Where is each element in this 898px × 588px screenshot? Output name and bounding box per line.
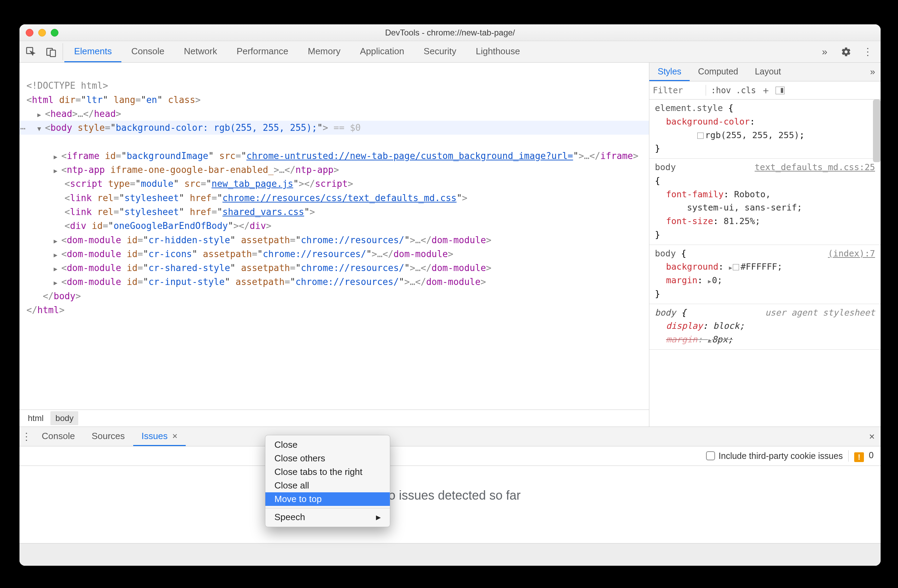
rule-selector: body — [655, 162, 676, 172]
kebab-menu-icon[interactable]: ⋮ — [859, 46, 876, 57]
toggle-hover-button[interactable]: :hov — [711, 86, 731, 95]
toggle-class-button[interactable]: .cls — [736, 86, 756, 95]
expand-icon[interactable] — [54, 236, 61, 246]
tab-console[interactable]: Console — [121, 41, 174, 62]
rule-origin-link[interactable]: text_defaults_md.css:25 — [755, 161, 875, 174]
tab-lighthouse[interactable]: Lighthouse — [466, 41, 530, 62]
iframe-src-link[interactable]: chrome-untrusted://new-tab-page/custom_b… — [247, 151, 573, 161]
close-window-button[interactable] — [26, 29, 33, 37]
settings-icon[interactable] — [838, 47, 855, 57]
close-drawer-icon[interactable]: × — [863, 427, 881, 446]
expand-shorthand-icon[interactable] — [708, 275, 712, 285]
scrollbar[interactable] — [873, 100, 881, 162]
menu-speech[interactable]: Speech ▶ — [265, 510, 390, 524]
drawer-tabs: ⋮ Console Sources Issues × × — [20, 427, 881, 446]
menu-close[interactable]: Close — [265, 438, 390, 452]
drawer-tab-console[interactable]: Console — [33, 427, 83, 446]
device-toolbar-icon[interactable] — [41, 41, 61, 62]
stylesheet-link-2[interactable]: shared_vars.css — [223, 207, 304, 217]
crumb-html[interactable]: html — [23, 411, 48, 425]
drawer-kebab-icon[interactable]: ⋮ — [20, 427, 33, 446]
window-title: DevTools - chrome://new-tab-page/ — [20, 28, 881, 38]
main-tabs: Elements Console Network Performance Mem… — [65, 41, 530, 62]
stylesheet-link-1[interactable]: chrome://resources/css/text_defaults_md.… — [223, 193, 457, 203]
tab-layout[interactable]: Layout — [746, 63, 789, 81]
styles-toolbar: :hov .cls ＋ — [649, 82, 881, 100]
color-swatch-icon[interactable] — [697, 132, 704, 139]
submenu-arrow-icon: ▶ — [376, 514, 381, 521]
expand-icon[interactable] — [54, 250, 61, 260]
rule-origin-link[interactable]: (index):7 — [828, 247, 875, 260]
include-third-party-checkbox[interactable]: Include third-party cookie issues — [706, 451, 843, 461]
tab-memory[interactable]: Memory — [298, 41, 350, 62]
rule-selector: body — [655, 308, 676, 318]
expand-icon[interactable] — [37, 110, 45, 120]
warning-icon: ! — [854, 452, 864, 462]
dom-tree[interactable]: <!DOCTYPE html> <html dir="ltr" lang="en… — [20, 63, 649, 409]
style-rule[interactable]: element.style { background-color: rgb(25… — [649, 100, 881, 159]
tab-context-menu[interactable]: Close Close others Close tabs to the rig… — [265, 435, 390, 527]
window-controls — [26, 29, 58, 37]
tab-application[interactable]: Application — [350, 41, 414, 62]
svg-rect-2 — [51, 50, 55, 57]
tab-computed[interactable]: Computed — [690, 63, 746, 81]
tab-styles[interactable]: Styles — [649, 63, 690, 81]
color-swatch-icon[interactable] — [733, 264, 739, 270]
tab-elements[interactable]: Elements — [65, 41, 121, 62]
zoom-window-button[interactable] — [51, 29, 58, 37]
main-toolbar: Elements Console Network Performance Mem… — [20, 41, 881, 63]
expand-icon[interactable] — [54, 166, 61, 176]
tab-performance[interactable]: Performance — [227, 41, 298, 62]
issues-toolbar: Include third-party cookie issues ! 0 — [20, 446, 881, 466]
inspect-element-icon[interactable] — [21, 41, 41, 62]
breadcrumbs: html body — [20, 409, 649, 426]
more-styles-tabs-icon[interactable]: » — [865, 63, 881, 81]
expand-icon[interactable] — [54, 264, 61, 274]
devtools-window: DevTools - chrome://new-tab-page/ Elemen… — [20, 25, 881, 566]
minimize-window-button[interactable] — [38, 29, 46, 37]
more-tabs-icon[interactable]: » — [816, 46, 833, 57]
checkbox-icon[interactable] — [706, 451, 715, 460]
tab-security[interactable]: Security — [414, 41, 466, 62]
expand-icon[interactable] — [54, 278, 61, 288]
titlebar: DevTools - chrome://new-tab-page/ — [20, 25, 881, 41]
menu-move-to-top[interactable]: Move to top — [265, 492, 390, 506]
expand-icon[interactable] — [54, 152, 61, 162]
issues-count: ! 0 — [854, 450, 873, 462]
tab-network[interactable]: Network — [174, 41, 227, 62]
doctype-node: <!DOCTYPE html> — [26, 80, 108, 91]
expand-shorthand-icon[interactable] — [729, 262, 733, 272]
new-rule-icon[interactable]: ＋ — [761, 84, 771, 97]
script-src-link[interactable]: new_tab_page.js — [211, 179, 293, 189]
rule-selector: body — [655, 248, 676, 259]
menu-close-others[interactable]: Close others — [265, 452, 390, 465]
menu-close-all[interactable]: Close all — [265, 479, 390, 492]
menu-close-tabs-to-right[interactable]: Close tabs to the right — [265, 465, 390, 479]
issues-empty-state: No issues detected so far — [20, 466, 881, 543]
style-rules-list[interactable]: element.style { background-color: rgb(25… — [649, 100, 881, 426]
style-rule[interactable]: body { user agent stylesheet display: bl… — [649, 304, 881, 350]
style-rule[interactable]: body { (index):7 background: #FFFFFF; ma… — [649, 245, 881, 304]
rule-origin-ua: user agent stylesheet — [765, 306, 875, 320]
crumb-body[interactable]: body — [51, 411, 78, 425]
styles-panel: Styles Computed Layout » :hov .cls ＋ — [649, 63, 881, 426]
styles-filter-input[interactable] — [652, 85, 701, 96]
selected-node[interactable]: ⋯ <body style="background-color: rgb(255… — [20, 121, 649, 135]
elements-panel: <!DOCTYPE html> <html dir="ltr" lang="en… — [20, 63, 649, 426]
rule-selector: element.style — [655, 103, 723, 113]
drawer-tab-issues[interactable]: Issues × — [133, 427, 186, 446]
styles-tabs: Styles Computed Layout » — [649, 63, 881, 82]
close-tab-icon[interactable]: × — [170, 431, 177, 442]
drawer-tab-sources[interactable]: Sources — [83, 427, 133, 446]
selected-tail: == $0 — [328, 123, 361, 133]
style-rule[interactable]: body text_defaults_md.css:25 { font-fami… — [649, 159, 881, 245]
toggle-sidebar-icon[interactable] — [776, 87, 785, 94]
collapse-icon[interactable] — [37, 124, 45, 134]
drawer: ⋮ Console Sources Issues × × Include thi… — [20, 426, 881, 566]
